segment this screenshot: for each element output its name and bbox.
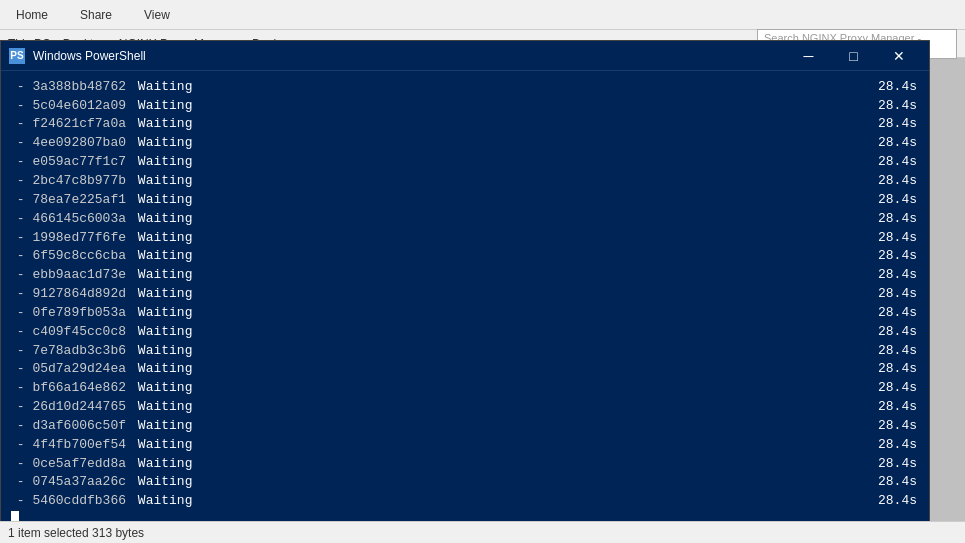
line-hash: - 7e78adb3c3b6	[9, 342, 126, 361]
line-status: Waiting	[130, 398, 192, 417]
line-hash: - 05d7a29d24ea	[9, 360, 126, 379]
line-status: Waiting	[130, 78, 192, 97]
line-status: Waiting	[130, 473, 192, 492]
line-time: 28.4s	[878, 342, 921, 361]
minimize-button[interactable]: ─	[786, 41, 831, 71]
line-time: 28.4s	[878, 360, 921, 379]
line-hash: - 78ea7e225af1	[9, 191, 126, 210]
window-controls: ─ □ ✕	[786, 41, 921, 71]
line-status: Waiting	[130, 379, 192, 398]
terminal-line: - 0ce5af7edd8a Waiting28.4s	[1, 455, 929, 474]
line-time: 28.4s	[878, 229, 921, 248]
line-time: 28.4s	[878, 134, 921, 153]
line-status: Waiting	[130, 285, 192, 304]
line-hash: - 3a388bb48762	[9, 78, 126, 97]
powershell-titlebar: PS Windows PowerShell ─ □ ✕	[1, 41, 929, 71]
close-button[interactable]: ✕	[876, 41, 921, 71]
terminal-line: - 4ee092807ba0 Waiting28.4s	[1, 134, 929, 153]
line-hash: - 5c04e6012a09	[9, 97, 126, 116]
line-time: 28.4s	[878, 285, 921, 304]
line-time: 28.4s	[878, 191, 921, 210]
line-status: Waiting	[130, 97, 192, 116]
terminal-line: - 4f4fb700ef54 Waiting28.4s	[1, 436, 929, 455]
terminal-line: - 78ea7e225af1 Waiting28.4s	[1, 191, 929, 210]
powershell-window: PS Windows PowerShell ─ □ ✕ - 5c44fd9dfe…	[0, 40, 930, 530]
line-time: 28.4s	[878, 247, 921, 266]
line-status: Waiting	[130, 436, 192, 455]
line-hash: - ebb9aac1d73e	[9, 266, 126, 285]
line-time: 28.4s	[878, 97, 921, 116]
terminal-line: - 0745a37aa26c Waiting28.4s	[1, 473, 929, 492]
line-status: Waiting	[130, 266, 192, 285]
explorer-tab-bar: Home Share View	[0, 0, 965, 30]
terminal-line: - c409f45cc0c8 Waiting28.4s	[1, 323, 929, 342]
terminal-line: - 0fe789fb053a Waiting28.4s	[1, 304, 929, 323]
line-status: Waiting	[130, 417, 192, 436]
line-status: Waiting	[130, 342, 192, 361]
line-hash: - e059ac77f1c7	[9, 153, 126, 172]
line-hash: - 26d10d244765	[9, 398, 126, 417]
line-status: Waiting	[130, 455, 192, 474]
line-status: Waiting	[130, 153, 192, 172]
line-hash: - 4ee092807ba0	[9, 134, 126, 153]
tab-home[interactable]: Home	[8, 4, 56, 26]
terminal-line: - 3a388bb48762 Waiting28.4s	[1, 78, 929, 97]
terminal-line: - 9127864d892d Waiting28.4s	[1, 285, 929, 304]
line-time: 28.4s	[878, 323, 921, 342]
terminal-line: - bf66a164e862 Waiting28.4s	[1, 379, 929, 398]
line-hash: - c409f45cc0c8	[9, 323, 126, 342]
line-status: Waiting	[130, 323, 192, 342]
line-status: Waiting	[130, 191, 192, 210]
terminal-line: - 6f59c8cc6cba Waiting28.4s	[1, 247, 929, 266]
line-time: 28.4s	[878, 210, 921, 229]
powershell-icon: PS	[9, 48, 25, 64]
terminal-line: - f24621cf7a0a Waiting28.4s	[1, 115, 929, 134]
maximize-button[interactable]: □	[831, 41, 876, 71]
terminal-line: - 1998ed77f6fe Waiting28.4s	[1, 229, 929, 248]
terminal-scroll-area[interactable]: - 5c44fd9dfe14 Downloading [============…	[1, 75, 929, 525]
line-time: 28.4s	[878, 398, 921, 417]
line-hash: - bf66a164e862	[9, 379, 126, 398]
terminal-line: - 05d7a29d24ea Waiting28.4s	[1, 360, 929, 379]
line-status: Waiting	[130, 360, 192, 379]
line-status: Waiting	[130, 492, 192, 511]
line-hash: - 0ce5af7edd8a	[9, 455, 126, 474]
line-time: 28.4s	[878, 115, 921, 134]
line-hash: - 466145c6003a	[9, 210, 126, 229]
terminal-line: - 7e78adb3c3b6 Waiting28.4s	[1, 342, 929, 361]
tab-share[interactable]: Share	[72, 4, 120, 26]
line-status: Waiting	[130, 247, 192, 266]
line-time: 28.4s	[878, 492, 921, 511]
terminal-line: - 26d10d244765 Waiting28.4s	[1, 398, 929, 417]
terminal-line: - 2bc47c8b977b Waiting28.4s	[1, 172, 929, 191]
terminal-content: - 5c44fd9dfe14 Downloading [============…	[1, 71, 929, 529]
line-time: 28.4s	[878, 436, 921, 455]
line-hash: - 0fe789fb053a	[9, 304, 126, 323]
line-time: 28.4s	[878, 379, 921, 398]
line-hash: - 4f4fb700ef54	[9, 436, 126, 455]
powershell-title: Windows PowerShell	[33, 49, 786, 63]
line-time: 28.4s	[878, 455, 921, 474]
tab-view[interactable]: View	[136, 4, 178, 26]
line-time: 28.4s	[878, 153, 921, 172]
status-bar: 1 item selected 313 bytes	[0, 521, 965, 543]
status-text: 1 item selected 313 bytes	[8, 526, 144, 540]
line-status: Waiting	[130, 172, 192, 191]
line-status: Waiting	[130, 134, 192, 153]
line-time: 28.4s	[878, 417, 921, 436]
line-hash: - 1998ed77f6fe	[9, 229, 126, 248]
line-time: 28.4s	[878, 266, 921, 285]
line-time: 28.4s	[878, 473, 921, 492]
terminal-line: - ebb9aac1d73e Waiting28.4s	[1, 266, 929, 285]
line-status: Waiting	[130, 115, 192, 134]
line-status: Waiting	[130, 229, 192, 248]
line-time: 28.4s	[878, 78, 921, 97]
line-status: Waiting	[130, 210, 192, 229]
line-hash: - 9127864d892d	[9, 285, 126, 304]
line-hash: - 5460cddfb366	[9, 492, 126, 511]
terminal-line: - e059ac77f1c7 Waiting28.4s	[1, 153, 929, 172]
line-time: 28.4s	[878, 172, 921, 191]
terminal-line: - d3af6006c50f Waiting28.4s	[1, 417, 929, 436]
terminal-line: - 466145c6003a Waiting28.4s	[1, 210, 929, 229]
line-status: Waiting	[130, 304, 192, 323]
